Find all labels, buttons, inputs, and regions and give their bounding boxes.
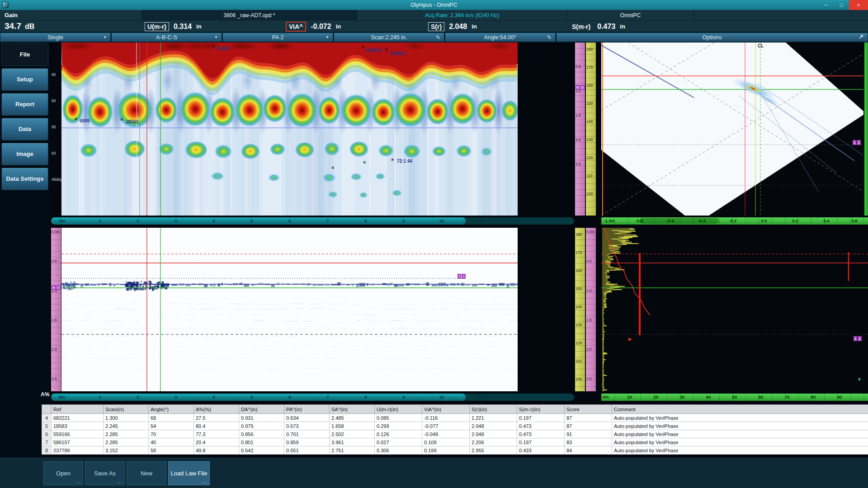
column-header-a[interactable]: A%(%) bbox=[194, 405, 239, 414]
sidebar-item-label: File bbox=[20, 51, 30, 58]
column-header-angle[interactable]: Angle(°) bbox=[149, 405, 194, 414]
column-header-sa-in[interactable]: SA^(in) bbox=[330, 405, 375, 414]
measurement-value: -0.072 bbox=[311, 23, 331, 31]
ascan-view[interactable]: ▼ 11 bbox=[601, 228, 868, 391]
axis-label: 3 bbox=[175, 218, 177, 223]
sidebar-item-data-settings[interactable]: Data Settings bbox=[1, 168, 48, 190]
x-marker-icon: × bbox=[75, 117, 77, 121]
new-button[interactable]: New bbox=[127, 461, 166, 485]
ruler-label: 160 bbox=[586, 83, 593, 88]
table-cell: Auto-populated by VeriPhase bbox=[612, 422, 868, 430]
table-row[interactable]: 75861572.2854520.40.8010.8593.9610.0270.… bbox=[42, 438, 868, 446]
x-marker-icon: × bbox=[331, 165, 334, 170]
maximize-button[interactable]: □ bbox=[834, 0, 849, 10]
column-header-s-m-r-in[interactable]: S(m-r)(in) bbox=[517, 405, 565, 414]
table-row[interactable]: 5185832.2455480.40.9750.6731.6580.299-0.… bbox=[42, 422, 868, 430]
ruler-label: 110 bbox=[586, 174, 593, 178]
axis-label: 70 bbox=[785, 394, 790, 399]
axis-label: 0in bbox=[59, 394, 65, 399]
open-button[interactable]: Open... bbox=[43, 461, 83, 485]
load-law-file-button[interactable]: Load Law File... bbox=[168, 461, 210, 485]
measurement-label[interactable]: S(m-r) bbox=[570, 23, 593, 31]
ruler-label: 130 bbox=[586, 137, 593, 142]
gate-tag-item: 1 bbox=[858, 336, 861, 341]
file-tab[interactable]: 3806 _raw-ADT.opd * bbox=[142, 10, 357, 21]
sidebar-item-setup[interactable]: Setup bbox=[1, 68, 48, 91]
measurement-bar: 34.7dB U(m-r)0.314inViA^-0.072inS(r)2.04… bbox=[0, 21, 868, 32]
ruler-label: 130 bbox=[576, 323, 582, 327]
cscan-view[interactable]: 9128284412865385365991858372:1 44×××××××… bbox=[61, 42, 518, 216]
column-header-da-in[interactable]: DA^(in) bbox=[239, 405, 284, 414]
status-bar: Gain 3806 _raw-ADT.opd * Acq Rate: 2.364… bbox=[0, 10, 868, 21]
table-row[interactable]: 65591662.2857077.30.8560.7012.5020.126-0… bbox=[42, 430, 868, 438]
ascan-amplitude-axis[interactable]: 0%102030405060708090 bbox=[601, 394, 868, 401]
axis-label: 0.0 bbox=[761, 218, 767, 223]
table-cell: 0.673 bbox=[284, 422, 330, 430]
minimize-button[interactable]: ─ bbox=[818, 0, 834, 10]
table-cell: 0.551 bbox=[284, 446, 330, 455]
ruler-label: 150 bbox=[586, 101, 593, 106]
sidebar-item-report[interactable]: Report bbox=[1, 93, 48, 116]
sidebar-item-label: Data bbox=[19, 126, 31, 133]
sidebar-item-data[interactable]: Data bbox=[1, 118, 48, 141]
column-header-via-in[interactable]: ViA^(in) bbox=[422, 405, 470, 414]
toolbar-pa-2[interactable]: PA 2▼ bbox=[222, 33, 333, 42]
bscan-scrollbar[interactable]: 0in123456789101112 bbox=[51, 394, 574, 401]
measurement-label[interactable]: U(m-r) bbox=[145, 22, 169, 31]
toolbar-single[interactable]: Single▼ bbox=[0, 33, 111, 42]
table-cell: Auto-populated by VeriPhase bbox=[612, 446, 868, 455]
table-cell: 45 bbox=[149, 438, 194, 446]
gate-tag-item: B bbox=[52, 285, 56, 290]
column-header-score[interactable]: Score bbox=[565, 405, 612, 414]
axis-label: 10 bbox=[439, 218, 444, 223]
toolbar-a-b-c-s[interactable]: A-B-C-S▼ bbox=[111, 33, 222, 42]
measurement-label[interactable]: S(r) bbox=[428, 22, 444, 31]
table-cell: 0.931 bbox=[239, 414, 284, 422]
ruler-label: 0.5 bbox=[586, 259, 592, 263]
axis-label: 7 bbox=[326, 218, 329, 223]
x-marker-icon: × bbox=[212, 43, 215, 48]
ruler-label: 1.5 bbox=[52, 318, 57, 322]
column-header-pa-in[interactable]: PA^(in) bbox=[284, 405, 330, 414]
axis-label: 7 bbox=[326, 394, 329, 399]
sscan-sample-ruler: 180170160150140130120110100 bbox=[586, 42, 596, 216]
toolbar-angle-54-00[interactable]: Angle:54.00°✎ bbox=[445, 33, 556, 42]
ruler-label: 180 bbox=[576, 232, 582, 237]
bscan-view[interactable]: 11 bbox=[61, 228, 518, 391]
ruler-label: 150 bbox=[576, 286, 582, 291]
table-cell: 2.502 bbox=[330, 430, 375, 438]
indication-label: 844128 bbox=[366, 48, 381, 53]
axis-label: 4 bbox=[212, 218, 215, 223]
column-header-scan-in[interactable]: Scan(in) bbox=[104, 405, 149, 414]
table-cell: 2.048 bbox=[470, 422, 517, 430]
cscan-scrollbar[interactable]: 0in123456789101112 bbox=[51, 217, 574, 225]
save-as-button[interactable]: Save As... bbox=[85, 461, 125, 485]
window-controls: ─ □ × bbox=[818, 0, 868, 10]
sscan-view[interactable]: CL 11 bbox=[601, 42, 863, 216]
table-cell: 2.285 bbox=[104, 430, 149, 438]
ellipsis: ... bbox=[118, 478, 123, 485]
sscan-index-axis[interactable]: -1.0in-0.8-0.6-0.4-0.20.00.20.40.6 bbox=[601, 217, 868, 225]
measurement-value: 2.048 bbox=[449, 23, 467, 31]
sidebar-item-file[interactable]: File bbox=[1, 43, 48, 66]
close-button[interactable]: × bbox=[849, 0, 868, 10]
table-cell: 0.299 bbox=[375, 422, 422, 430]
table-cell: 84 bbox=[565, 446, 612, 455]
chevron-down-icon: ▼ bbox=[103, 35, 107, 39]
toolbar-scan-2-245-in[interactable]: Scan:2.245 in.✎ bbox=[334, 33, 444, 42]
column-header-comment[interactable]: Comment bbox=[612, 405, 868, 414]
cscan-angle-ruler: 6560555045deg bbox=[51, 42, 61, 216]
scroll-down-icon[interactable]: ▼ bbox=[857, 377, 862, 382]
sidebar-item-image[interactable]: Image bbox=[1, 143, 48, 165]
column-header-u-m-r-in[interactable]: U(m-r)(in) bbox=[375, 405, 422, 414]
axis-label: 9 bbox=[402, 394, 405, 399]
column-header-s-r-in[interactable]: S(r)(in) bbox=[470, 405, 517, 414]
ruler-label: 2.5 bbox=[576, 162, 581, 166]
ellipsis: ... bbox=[76, 478, 81, 485]
table-row[interactable]: 82377893.1525849.80.5420.5512.7510.3060.… bbox=[42, 446, 868, 455]
measurement-label[interactable]: ViA^ bbox=[286, 22, 306, 32]
measurement-via: ViA^-0.072in bbox=[286, 21, 341, 32]
table-row[interactable]: 46822211.3006827.50.9310.6342.4850.085-0… bbox=[42, 414, 868, 422]
column-header-ref[interactable]: Ref bbox=[52, 405, 104, 414]
toolbar-options[interactable]: Options bbox=[556, 33, 868, 42]
